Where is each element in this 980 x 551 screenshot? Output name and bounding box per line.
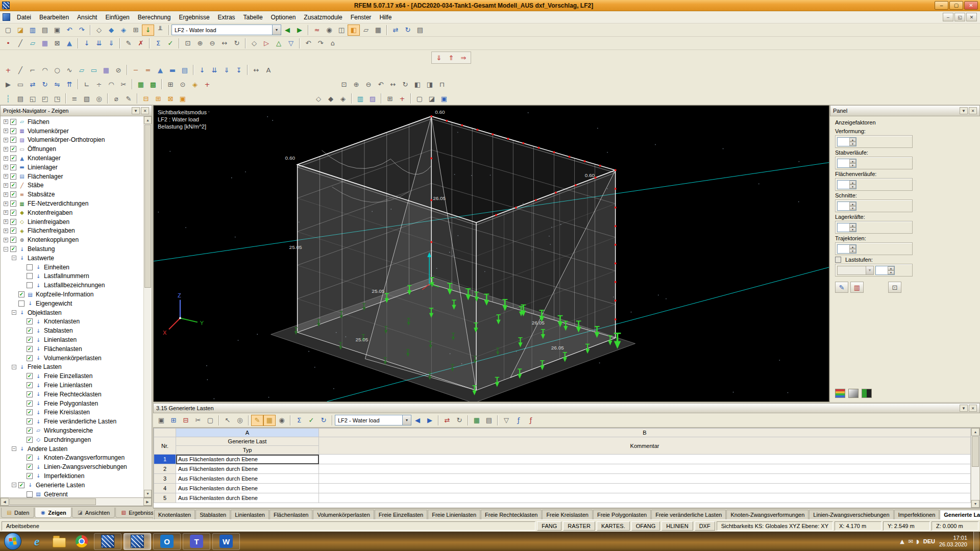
menu-zusatzmodule[interactable]: Zusatzmodule	[300, 12, 346, 23]
panel-close-button[interactable]: ✕	[969, 107, 977, 114]
tree-item-flaechenfreigaben[interactable]: +✓◈Flächenfreigaben	[1, 227, 143, 236]
spin-up-icon[interactable]: ▲	[849, 245, 856, 249]
work-plane-yz-button[interactable]: ◳	[51, 93, 63, 104]
save-button[interactable]: ▥	[27, 24, 39, 36]
checkbox-stablasten[interactable]: ✓	[27, 328, 33, 334]
render-transparent-button[interactable]: ◈	[117, 24, 130, 36]
checkbox-knotenlager[interactable]: ✓	[10, 155, 16, 161]
checkbox-linienlasten[interactable]: ✓	[27, 337, 33, 343]
tree-item-andere-lasten[interactable]: −↓Andere Lasten	[1, 444, 143, 454]
checkbox-oeffnungen[interactable]: ✓	[10, 146, 16, 152]
menu-einfuegen[interactable]: Einfügen	[101, 12, 133, 23]
spin-up-icon[interactable]: ▲	[849, 202, 856, 206]
collapse-toggle-icon[interactable]: −	[12, 365, 16, 369]
factor-spinner[interactable]: ▲▼	[837, 244, 856, 254]
maximize-button[interactable]: ▢	[949, 1, 963, 10]
table-cut-button[interactable]: ✂	[192, 415, 204, 426]
insert-nodal-support-button[interactable]: ▲	[154, 64, 166, 76]
expand-toggle-icon[interactable]: +	[4, 238, 8, 242]
move-model-button[interactable]: ⇄	[389, 24, 402, 36]
checkbox-belastung[interactable]: ✓	[10, 246, 16, 252]
grayscale-icon[interactable]	[848, 389, 859, 398]
insert-arc-button[interactable]: ◠	[39, 64, 51, 76]
table-vertical-scrollbar[interactable]: ▲ ▼	[971, 428, 979, 508]
expand-toggle-icon[interactable]: +	[4, 165, 8, 169]
tree-item-knoten-zwangsverformungen[interactable]: ✓↓Knoten-Zwangsverformungen	[1, 453, 143, 462]
tank-wireframe[interactable]	[271, 116, 635, 402]
checkbox-linienfreigaben[interactable]: ✓	[10, 219, 16, 225]
row-number[interactable]: 4	[154, 484, 176, 493]
checkbox-einheiten[interactable]	[27, 264, 33, 270]
table-insert-row-button[interactable]: ⊞	[167, 415, 180, 426]
outlook-taskbar-button[interactable]: O	[153, 533, 181, 550]
comment-cell[interactable]	[319, 464, 971, 474]
tree-item-durchdringungen[interactable]: ✓◇Durchdringungen	[1, 435, 143, 444]
toggle-dxf[interactable]: DXF	[695, 521, 715, 531]
toggle-kartes[interactable]: KARTES.	[597, 521, 630, 531]
spin-up-icon[interactable]: ▲	[849, 181, 856, 185]
navigator-close-button[interactable]: ✕	[141, 107, 149, 114]
teams-taskbar-button[interactable]: T	[183, 533, 210, 550]
mdi-minimize-button[interactable]: –	[943, 13, 953, 21]
spin-up-icon[interactable]: ▲	[849, 138, 856, 142]
tree-item-stablasten[interactable]: ✓↓Stablasten	[1, 326, 143, 335]
full-view-button[interactable]: ⌂	[327, 38, 339, 49]
column-a-header[interactable]: A	[176, 429, 319, 437]
rotate-3d-button[interactable]: ↻	[399, 79, 411, 90]
collapse-toggle-icon[interactable]: −	[12, 310, 16, 315]
expand-toggle-icon[interactable]: +	[4, 138, 8, 142]
toggle-raster[interactable]: RASTER	[563, 521, 595, 531]
laststufen-checkbox[interactable]	[835, 257, 841, 263]
table-jump-start-button[interactable]: ↖	[222, 415, 234, 426]
typ-cell[interactable]: Aus Flächenlasten durch Ebene	[176, 484, 319, 493]
tree-item-freie-rechtecklasten[interactable]: ✓↓Freie Rechtecklasten	[1, 390, 143, 399]
tree-item-volumenkoerper-orthotropien[interactable]: +✓▨Volumenkörper-Orthotropien	[1, 136, 143, 145]
background-layers-button[interactable]: ▤	[14, 93, 27, 104]
export-excel-button[interactable]: ▦	[471, 415, 483, 426]
table-print-button[interactable]: ▤	[483, 415, 495, 426]
table-check-button[interactable]: ✓	[305, 415, 317, 426]
table-tab-freie-veraenderliche-lasten[interactable]: Freie veränderliche Lasten	[651, 510, 726, 519]
start-button[interactable]	[4, 533, 21, 550]
table-previous-load-case-button[interactable]: ◀	[411, 415, 424, 426]
tree-item-belastung[interactable]: −✓↓Belastung	[1, 244, 143, 254]
checkbox-kopfzeile-information[interactable]: ✓	[18, 291, 24, 297]
zoom-in-button[interactable]: ⊕	[194, 38, 206, 49]
tree-item-linienfreigaben[interactable]: +✓◇Linienfreigaben	[1, 217, 143, 227]
checkbox-generierte-lasten[interactable]: ✓	[18, 482, 24, 488]
insert-line-button[interactable]: ╱	[14, 64, 27, 76]
tree-item-objektlasten[interactable]: −↓Objektlasten	[1, 308, 143, 317]
undo-button[interactable]: ↶	[63, 24, 76, 36]
tree-item-linienlager[interactable]: +✓▬Linienlager	[1, 163, 143, 172]
navigator-vertical-scrollbar[interactable]: ▲ ▼	[143, 116, 152, 497]
table-tab-freie-einzellasten[interactable]: Freie Einzellasten	[375, 510, 427, 519]
table-sync-selection-button[interactable]: ↻	[453, 415, 465, 426]
chevron-down-icon[interactable]: ▼	[402, 415, 411, 425]
select-window-button[interactable]: ▭	[14, 79, 27, 90]
table-row[interactable]: 1Aus Flächenlasten durch Ebene	[154, 455, 971, 464]
table-sum-button[interactable]: Σ	[293, 415, 305, 426]
table-goto-graphic-button[interactable]: ⇄	[441, 415, 453, 426]
mirror-button[interactable]: ⇋	[51, 79, 63, 90]
checkbox-staebe[interactable]: ✓	[10, 182, 16, 188]
table-select-mode-button[interactable]: ▦	[263, 415, 276, 426]
new-file-button[interactable]: ▢	[2, 24, 14, 36]
scroll-down-icon[interactable]: ▼	[971, 500, 979, 508]
previous-view-button[interactable]: ↶	[302, 38, 314, 49]
print-button[interactable]: ▤	[39, 24, 51, 36]
comment-cell[interactable]	[319, 484, 971, 493]
divide-line-button[interactable]: ÷	[93, 79, 105, 90]
insert-node-button[interactable]: +	[2, 64, 14, 76]
table-tab-freie-kreislasten[interactable]: Freie Kreislasten	[542, 510, 593, 519]
typ-cell[interactable]: Aus Flächenlasten durch Ebene	[176, 474, 319, 484]
comment-cell[interactable]	[319, 474, 971, 484]
clock[interactable]: 17:01 26.03.2020	[939, 535, 967, 548]
table-tab-freie-polygonlasten[interactable]: Freie Polygonlasten	[593, 510, 651, 519]
insert-dimension-button[interactable]: ↔	[250, 64, 262, 76]
checkbox-eigengewicht[interactable]	[18, 300, 24, 307]
guide-lines-button[interactable]: ┆	[2, 93, 14, 104]
checkbox-wirkungsbereiche[interactable]: ✓	[27, 428, 33, 434]
table-view-mode-button[interactable]: ◉	[276, 415, 288, 426]
tree-item-flaechenlager[interactable]: +✓▤Flächenlager	[1, 172, 143, 181]
zoom-out-button[interactable]: ⊖	[206, 38, 218, 49]
